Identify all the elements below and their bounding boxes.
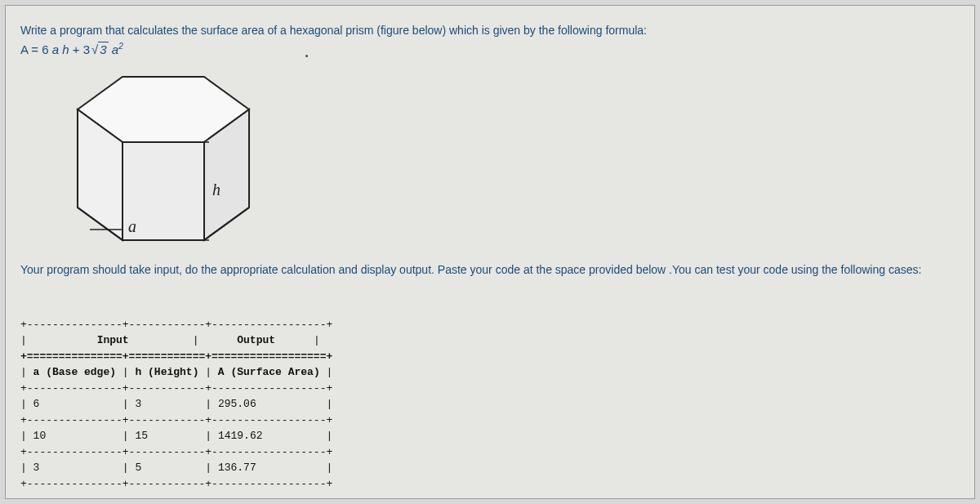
test-cases-table: +---------------+------------+----------… bbox=[20, 301, 960, 492]
hexagonal-prism-figure: h a bbox=[45, 65, 960, 252]
stray-dot bbox=[305, 55, 308, 57]
formula: A = 6 a h + 33 a2 bbox=[20, 42, 960, 56]
figure-label-a: a bbox=[128, 217, 136, 235]
prompt-text-2: Your program should take input, do the a… bbox=[20, 263, 960, 276]
prompt-text-1: Write a program that calculates the surf… bbox=[20, 24, 960, 37]
figure-label-h: h bbox=[212, 181, 220, 198]
question-container: Write a program that calculates the surf… bbox=[5, 5, 975, 499]
